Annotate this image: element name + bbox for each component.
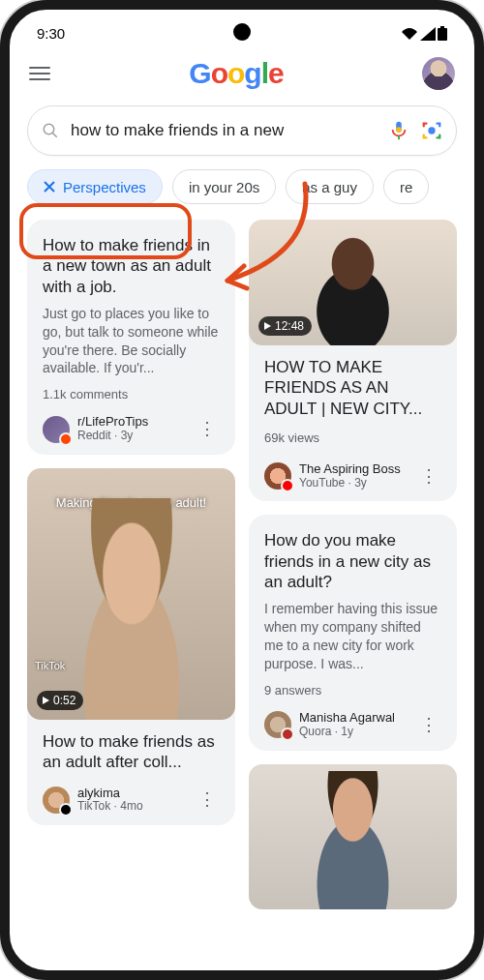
chip-perspectives[interactable]: Perspectives <box>27 169 163 204</box>
source-avatar <box>43 787 70 814</box>
result-card-youtube[interactable]: 12:48 HOW TO MAKE FRIENDS AS AN ADULT | … <box>249 220 457 501</box>
source-name: r/LifeProTips <box>77 415 187 430</box>
source-meta: Quora · 1y <box>299 726 408 739</box>
more-icon[interactable]: ⋮ <box>416 473 441 480</box>
phone-frame: 9:30 G o o g l e how to make friends in … <box>0 0 484 980</box>
card-source: r/LifeProTips Reddit · 3y ⋮ <box>43 415 220 443</box>
header: G o o g l e <box>10 47 474 96</box>
card-source: alykima TikTok · 4mo ⋮ <box>27 787 235 815</box>
card-title: How do you make friends in a new city as… <box>264 530 441 592</box>
profile-avatar[interactable] <box>422 57 455 90</box>
svg-point-7 <box>428 127 435 134</box>
search-bar[interactable]: how to make friends in a new <box>27 105 457 156</box>
play-icon <box>43 697 49 704</box>
source-avatar <box>264 711 291 738</box>
card-snippet: Just go to places you like to go, but ta… <box>43 305 220 378</box>
result-card-video-peek[interactable] <box>249 764 457 909</box>
more-icon[interactable]: ⋮ <box>195 796 220 803</box>
status-time: 9:30 <box>37 25 65 42</box>
result-card-reddit[interactable]: How to make friends in a new town as an … <box>27 220 235 455</box>
menu-icon[interactable] <box>29 67 50 80</box>
battery-icon <box>438 26 447 41</box>
chip-in-your-20s[interactable]: in your 20s <box>172 169 276 204</box>
more-icon[interactable]: ⋮ <box>416 722 441 728</box>
card-stat: 9 answers <box>264 683 441 698</box>
svg-rect-6 <box>396 127 402 133</box>
video-thumbnail[interactable]: Making friends as an adult! TikTok 0:52 <box>27 468 235 720</box>
card-title: How to make friends in a new town as an … <box>43 235 220 297</box>
video-thumbnail[interactable] <box>249 764 457 909</box>
results-grid: How to make friends in a new town as an … <box>10 214 474 923</box>
svg-point-2 <box>44 124 54 134</box>
search-icon <box>42 122 59 139</box>
result-card-tiktok[interactable]: Making friends as an adult! TikTok 0:52 … <box>27 468 235 825</box>
video-duration: 0:52 <box>37 691 83 710</box>
tiktok-watermark: TikTok <box>35 660 65 671</box>
results-col-right: 12:48 HOW TO MAKE FRIENDS AS AN ADULT | … <box>249 220 457 923</box>
source-name: Manisha Agarwal <box>299 711 408 726</box>
quora-badge-icon <box>281 728 294 741</box>
youtube-badge-icon <box>281 479 294 492</box>
status-icons <box>401 26 447 41</box>
card-source: The Aspiring Boss YouTube · 3y ⋮ <box>249 459 457 490</box>
source-name: alykima <box>77 787 187 801</box>
results-col-left: How to make friends in a new town as an … <box>27 220 235 923</box>
search-input[interactable]: how to make friends in a new <box>71 121 377 140</box>
source-meta: YouTube · 3y <box>299 477 408 490</box>
reddit-badge-icon <box>59 432 73 446</box>
video-caption: Making friends as an adult! <box>27 495 235 510</box>
google-logo[interactable]: G o o g l e <box>189 57 283 90</box>
card-title: HOW TO MAKE FRIENDS AS AN ADULT | NEW CI… <box>249 345 457 423</box>
mic-icon[interactable] <box>388 120 409 141</box>
more-icon[interactable]: ⋮ <box>195 426 220 432</box>
card-source: Manisha Agarwal Quora · 1y ⋮ <box>264 711 441 739</box>
card-stat: 1.1k comments <box>43 387 220 401</box>
wifi-icon <box>401 27 418 41</box>
close-icon <box>44 181 55 193</box>
source-avatar <box>264 462 291 490</box>
card-snippet: I remember having this issue when my com… <box>264 600 441 673</box>
lens-icon[interactable] <box>421 120 442 141</box>
video-thumbnail[interactable]: 12:48 <box>249 220 457 345</box>
source-avatar <box>43 416 70 443</box>
filter-chips: Perspectives in your 20s as a guy re <box>10 165 474 214</box>
card-title: How to make friends as an adult after co… <box>27 720 235 779</box>
source-name: The Aspiring Boss <box>299 462 408 477</box>
chip-more[interactable]: re <box>383 169 429 204</box>
svg-rect-0 <box>438 28 447 41</box>
tiktok-badge-icon <box>59 803 73 817</box>
video-duration: 12:48 <box>258 316 312 336</box>
chip-label: Perspectives <box>63 179 146 195</box>
result-card-quora[interactable]: How do you make friends in a new city as… <box>249 515 457 750</box>
signal-icon <box>420 27 436 41</box>
camera-notch <box>233 23 251 41</box>
source-meta: TikTok · 4mo <box>77 800 187 814</box>
svg-rect-1 <box>440 26 444 28</box>
chip-as-a-guy[interactable]: as a guy <box>286 169 374 204</box>
svg-line-3 <box>52 133 57 137</box>
card-stat: 69k views <box>249 431 457 445</box>
play-icon <box>264 322 271 330</box>
source-meta: Reddit · 3y <box>77 430 187 443</box>
